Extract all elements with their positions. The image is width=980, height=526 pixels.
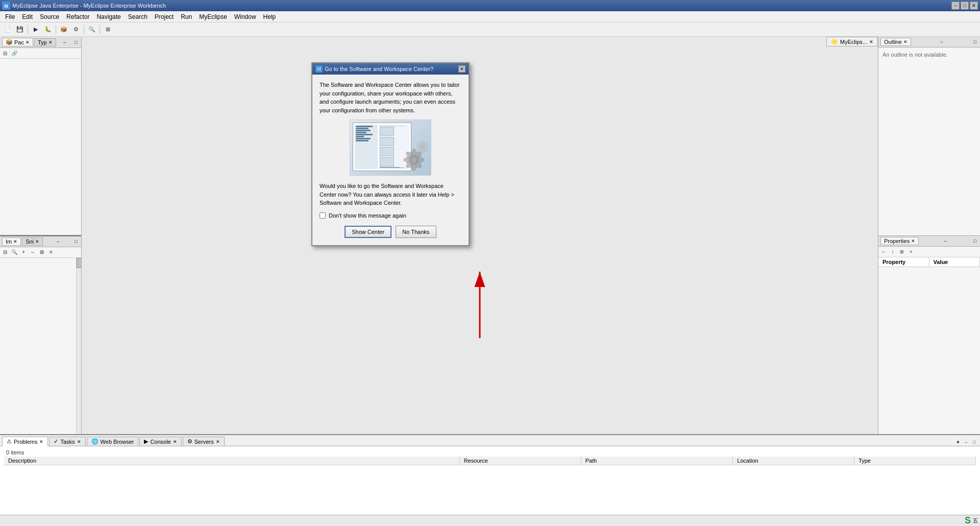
myeclipse-tab-icon: 🌟 [831, 38, 838, 45]
props-btn3[interactable]: ⊞ [898, 248, 906, 256]
outline-empty: An outline is not available. [878, 47, 980, 62]
status-lang: 五 [973, 517, 978, 524]
sl4 [356, 132, 366, 133]
bottom-expand-btn[interactable]: – [963, 439, 970, 446]
close-button[interactable]: ✕ [970, 2, 978, 10]
tab-problems[interactable]: ⚠ Problems ✕ [2, 437, 48, 446]
images-btn2[interactable]: 🔍 [10, 248, 18, 256]
tasks-tab-label: Tasks [60, 439, 75, 445]
minimize-button[interactable]: – [951, 2, 960, 10]
toolbar-deploy[interactable]: 📦 [58, 24, 69, 35]
srtile2 [380, 137, 394, 146]
images-minimize-btn[interactable]: – [55, 238, 61, 245]
properties-minimize[interactable]: – [943, 238, 948, 244]
images-content [0, 258, 81, 435]
outline-minimize[interactable]: – [939, 39, 944, 45]
menu-myeclipse[interactable]: MyEclipse [196, 12, 230, 21]
menu-navigate[interactable]: Navigate [93, 12, 124, 21]
images-btn4[interactable]: – [29, 248, 37, 256]
package-tab-row: 📦 Pac ✕ Typ ✕ – □ [0, 37, 81, 48]
dont-show-checkbox[interactable] [320, 212, 326, 219]
images-btn3[interactable]: + [19, 248, 28, 256]
properties-maximize[interactable]: □ [972, 238, 978, 244]
toolbar-server[interactable]: ⚙ [70, 24, 82, 35]
srtile4 [380, 157, 394, 166]
srtile3 [380, 147, 394, 156]
toolbar-perspective[interactable]: ⊞ [102, 24, 113, 35]
dont-show-label[interactable]: Don't show this message again [329, 212, 406, 219]
props-btn2[interactable]: ↕ [889, 248, 897, 256]
props-btn4[interactable]: × [907, 248, 915, 256]
images-btn1[interactable]: ⊟ [1, 248, 9, 256]
bottom-minimize-btn[interactable]: ▼ [954, 439, 962, 446]
app-icon: M [2, 2, 10, 10]
tab-tasks[interactable]: ✓ Tasks ✕ [49, 437, 85, 446]
toolbar: 📄 💾 ▶ 🐛 📦 ⚙ 🔍 ⊞ [0, 22, 980, 37]
toolbar-debug[interactable]: 🐛 [42, 24, 54, 35]
toolbar-sep-2 [56, 25, 56, 34]
scroll-thumb[interactable] [77, 258, 81, 268]
srtile1 [380, 127, 394, 136]
properties-panel: Properties ✕ – □ ↔ ↕ ⊞ × Property Value [878, 236, 980, 435]
menu-window[interactable]: Window [231, 12, 259, 21]
menu-bar: File Edit Source Refactor Navigate Searc… [0, 11, 980, 22]
menu-project[interactable]: Project [152, 12, 177, 21]
dialog-title: Go to the Software and Workspace Center? [325, 66, 433, 72]
package-explorer-panel: 📦 Pac ✕ Typ ✕ – □ ⊟ 🔗 [0, 37, 81, 236]
menu-edit[interactable]: Edit [19, 12, 36, 21]
toolbar-run[interactable]: ▶ [30, 24, 41, 35]
tab-snippets[interactable]: Sni ✕ [22, 237, 43, 246]
menu-search[interactable]: Search [125, 12, 151, 21]
panel-maximize-btn[interactable]: □ [74, 39, 79, 45]
toolbar-new[interactable]: 📄 [2, 24, 13, 35]
images-btn5[interactable]: ⊞ [38, 248, 46, 256]
myeclipse-logo: S [965, 515, 971, 526]
tab-images[interactable]: Im ✕ [2, 237, 21, 246]
tab-properties[interactable]: Properties ✕ [880, 237, 919, 245]
toolbar-search[interactable]: 🔍 [86, 24, 97, 35]
link-editor-btn[interactable]: 🔗 [10, 49, 18, 57]
col-type[interactable]: Type [854, 457, 976, 465]
images-btn6[interactable]: ≡ [47, 248, 55, 256]
toolbar-sep-1 [28, 25, 28, 34]
menu-help[interactable]: Help [260, 12, 279, 21]
panel-toolbar: ⊟ 🔗 [0, 48, 81, 59]
col-path[interactable]: Path [581, 457, 732, 465]
bottom-maximize-btn[interactable]: □ [971, 439, 978, 446]
props-btn1[interactable]: ↔ [879, 248, 888, 256]
myeclipse-welcome-tab[interactable]: 🌟 MyEclips... ✕ [826, 37, 878, 46]
col-description[interactable]: Description [4, 457, 459, 465]
panel-minimize-btn[interactable]: – [62, 39, 67, 45]
myeclipse-tab-close[interactable]: ✕ [869, 39, 873, 44]
workspace: 📦 Pac ✕ Typ ✕ – □ ⊟ 🔗 Im ✕ [0, 37, 980, 434]
tab-type-hierarchy[interactable]: Typ ✕ [34, 38, 56, 46]
maximize-button[interactable]: □ [961, 2, 969, 10]
col-location[interactable]: Location [733, 457, 854, 465]
col-resource[interactable]: Resource [459, 457, 581, 465]
tab-package-explorer[interactable]: 📦 Pac ✕ [2, 38, 33, 46]
software-center-dialog[interactable]: M Go to the Software and Workspace Cente… [311, 62, 470, 246]
menu-source[interactable]: Source [37, 12, 62, 21]
bottom-content: 0 items Description Resource Path Locati… [0, 446, 980, 467]
images-maximize-btn[interactable]: □ [74, 238, 79, 245]
outline-maximize[interactable]: □ [972, 39, 978, 45]
sl3 [356, 130, 371, 131]
tab-web-browser[interactable]: 🌐 Web Browser [87, 437, 139, 446]
menu-file[interactable]: File [2, 12, 18, 21]
no-thanks-button[interactable]: No Thanks [396, 226, 436, 238]
svg-text:M: M [4, 4, 8, 9]
bottom-tabs-row: ⚠ Problems ✕ ✓ Tasks ✕ 🌐 Web Browser ▶ C… [0, 435, 980, 446]
collapse-all-btn[interactable]: ⊟ [1, 49, 9, 57]
tab-console[interactable]: ▶ Console ✕ [139, 437, 181, 446]
show-center-button[interactable]: Show Center [345, 226, 391, 238]
dialog-close-button[interactable]: ✕ [458, 65, 465, 73]
tab-outline[interactable]: Outline ✕ [880, 38, 911, 46]
sl7 [356, 138, 371, 139]
dialog-title-left: M Go to the Software and Workspace Cente… [315, 65, 433, 73]
menu-refactor[interactable]: Refactor [63, 12, 92, 21]
menu-run[interactable]: Run [178, 12, 195, 21]
toolbar-save[interactable]: 💾 [14, 24, 26, 35]
tab-servers[interactable]: ⚙ Servers ✕ [183, 437, 225, 446]
scroll-track[interactable] [76, 258, 81, 435]
center-editor: 🌟 MyEclips... ✕ M Go to the Software and… [82, 37, 878, 434]
